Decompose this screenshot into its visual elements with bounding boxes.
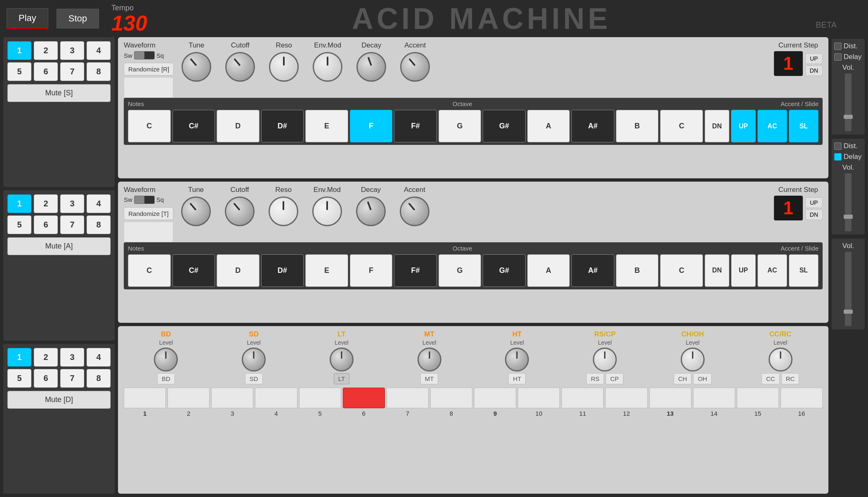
drum-step-6[interactable] xyxy=(343,388,385,408)
delay1-checkbox[interactable] xyxy=(834,53,842,61)
drum-ht-knob[interactable] xyxy=(505,348,529,372)
track1-btn-7[interactable]: 7 xyxy=(60,62,84,81)
synth2-key-B[interactable]: B xyxy=(616,254,659,287)
drum-step-3[interactable] xyxy=(211,388,253,408)
drum-step-4[interactable] xyxy=(255,388,297,408)
synth1-octave-up[interactable]: UP xyxy=(731,110,756,142)
synth1-key-B[interactable]: B xyxy=(616,110,659,142)
drum-step-11[interactable] xyxy=(561,388,604,408)
synth1-decay-knob[interactable] xyxy=(356,52,386,82)
drum-btn-3[interactable]: 3 xyxy=(60,348,84,367)
drum-ccrc-knob[interactable] xyxy=(769,348,793,372)
drum-choh-knob[interactable] xyxy=(681,348,705,372)
synth1-key-Ds[interactable]: D# xyxy=(261,110,304,142)
synth2-accent-ac[interactable]: AC xyxy=(757,254,787,287)
synth1-key-C2[interactable]: C xyxy=(660,110,703,142)
play-button[interactable]: Play xyxy=(7,8,48,29)
synth2-dn-button[interactable]: DN xyxy=(805,209,823,220)
track2-btn-7[interactable]: 7 xyxy=(60,215,84,234)
synth2-key-F[interactable]: F xyxy=(350,254,393,287)
synth2-decay-knob[interactable] xyxy=(356,196,386,226)
synth2-key-Cs[interactable]: C# xyxy=(172,254,215,287)
synth2-waveform-toggle[interactable]: Sw Sq xyxy=(124,196,164,204)
drum-lt-btn[interactable]: LT xyxy=(334,373,349,384)
synth1-waveform-toggle[interactable]: Sw Sq xyxy=(124,51,164,59)
drum-step-13[interactable] xyxy=(649,388,691,408)
synth2-cutoff-knob[interactable] xyxy=(225,196,255,226)
drum-ch-btn[interactable]: CH xyxy=(674,373,692,384)
drum-step-7[interactable] xyxy=(387,388,429,408)
synth1-key-E[interactable]: E xyxy=(305,110,348,142)
drum-cp-btn[interactable]: CP xyxy=(606,373,623,384)
drum-btn-7[interactable]: 7 xyxy=(60,369,84,388)
drum-sd-btn[interactable]: SD xyxy=(245,373,263,384)
drum-oh-btn[interactable]: OH xyxy=(693,373,712,384)
drum-bd-btn[interactable]: BD xyxy=(157,373,175,384)
drum-step-1[interactable] xyxy=(124,388,166,408)
drum-step-12[interactable] xyxy=(605,388,647,408)
track2-btn-4[interactable]: 4 xyxy=(87,194,111,213)
drum-sd-knob[interactable] xyxy=(242,348,266,372)
dist2-checkbox[interactable] xyxy=(834,142,842,150)
synth1-key-Cs[interactable]: C# xyxy=(172,110,215,142)
synth2-key-C[interactable]: C xyxy=(128,254,171,287)
synth1-reso-knob[interactable] xyxy=(269,52,299,82)
drum-step-8[interactable] xyxy=(430,388,472,408)
vol3-slider[interactable] xyxy=(845,252,851,326)
drum-cc-btn[interactable]: CC xyxy=(762,373,780,384)
synth1-envmod-knob[interactable] xyxy=(313,52,342,82)
drum-mt-btn[interactable]: MT xyxy=(420,373,439,384)
drum-step-14[interactable] xyxy=(693,388,735,408)
track2-btn-5[interactable]: 5 xyxy=(7,215,31,234)
track2-btn-8[interactable]: 8 xyxy=(87,215,111,234)
track2-mute-button[interactable]: Mute [A] xyxy=(7,237,111,255)
drum-rs-btn[interactable]: RS xyxy=(586,373,604,384)
synth2-key-E[interactable]: E xyxy=(305,254,348,287)
synth2-envmod-knob[interactable] xyxy=(312,196,342,226)
synth1-accent-ac[interactable]: AC xyxy=(757,110,787,142)
drum-btn-8[interactable]: 8 xyxy=(87,369,111,388)
drum-ht-btn[interactable]: HT xyxy=(508,373,526,384)
synth2-key-Fs[interactable]: F# xyxy=(394,254,437,287)
stop-button[interactable]: Stop xyxy=(57,9,99,28)
synth1-dn-button[interactable]: DN xyxy=(805,65,823,76)
synth1-accent-sl[interactable]: SL xyxy=(789,110,818,142)
synth1-octave-dn[interactable]: DN xyxy=(705,110,729,142)
drum-btn-5[interactable]: 5 xyxy=(7,369,31,388)
drum-bd-knob[interactable] xyxy=(154,348,178,372)
drum-btn-2[interactable]: 2 xyxy=(34,348,58,367)
drum-rc-btn[interactable]: RC xyxy=(781,373,800,384)
synth1-cutoff-knob[interactable] xyxy=(225,52,255,82)
track1-btn-8[interactable]: 8 xyxy=(87,62,111,81)
track2-btn-6[interactable]: 6 xyxy=(34,215,58,234)
synth2-up-button[interactable]: UP xyxy=(805,197,823,208)
drum-step-15[interactable] xyxy=(737,388,779,408)
vol1-slider[interactable] xyxy=(845,73,851,131)
synth1-key-A[interactable]: A xyxy=(527,110,570,142)
synth1-key-G[interactable]: G xyxy=(439,110,481,142)
drum-btn-6[interactable]: 6 xyxy=(34,369,58,388)
synth2-reso-knob[interactable] xyxy=(269,196,298,226)
dist1-checkbox[interactable] xyxy=(834,43,842,50)
track2-btn-1[interactable]: 1 xyxy=(7,194,31,213)
synth2-key-A[interactable]: A xyxy=(527,254,570,287)
drum-mt-knob[interactable] xyxy=(417,348,441,372)
track1-btn-2[interactable]: 2 xyxy=(34,41,58,60)
synth1-key-Fs[interactable]: F# xyxy=(394,110,437,142)
synth1-key-F[interactable]: F xyxy=(350,110,393,142)
synth2-randomize-button[interactable]: Randomize [T] xyxy=(124,207,173,220)
synth1-randomize-button[interactable]: Randomize [R] xyxy=(124,63,174,76)
track1-btn-3[interactable]: 3 xyxy=(60,41,84,60)
synth2-key-D[interactable]: D xyxy=(217,254,259,287)
drum-lt-knob[interactable] xyxy=(330,348,354,372)
synth2-accent-knob[interactable] xyxy=(400,196,429,226)
drums-mute-button[interactable]: Mute [D] xyxy=(7,391,111,409)
synth2-key-C2[interactable]: C xyxy=(660,254,703,287)
drum-step-10[interactable] xyxy=(518,388,560,408)
track1-mute-button[interactable]: Mute [S] xyxy=(7,84,111,102)
synth2-key-Ds[interactable]: D# xyxy=(261,254,304,287)
drum-btn-4[interactable]: 4 xyxy=(87,348,111,367)
track2-btn-3[interactable]: 3 xyxy=(60,194,84,213)
synth1-key-Gs[interactable]: G# xyxy=(483,110,526,142)
delay2-checkbox[interactable] xyxy=(834,153,842,161)
